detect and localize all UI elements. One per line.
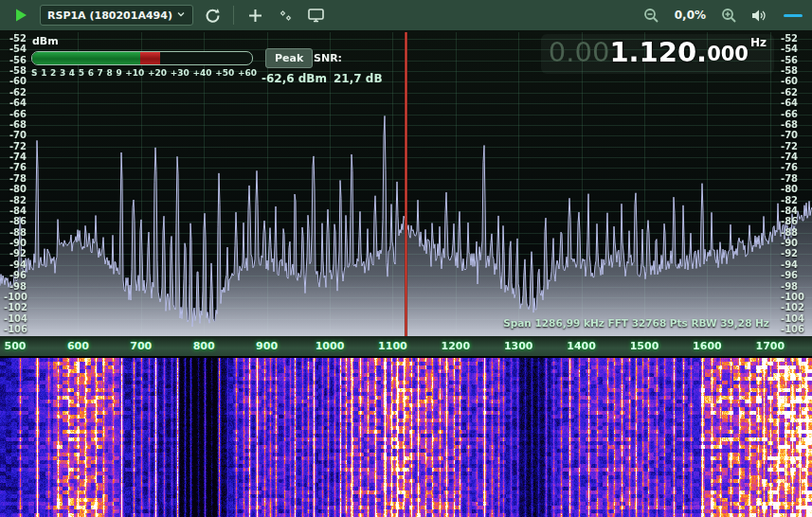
s-meter-scale-label: 5	[79, 68, 84, 78]
x-axis-label: 1500	[630, 340, 659, 352]
y-axis-label: -90	[781, 238, 807, 248]
y-axis-label: -64	[4, 98, 27, 108]
y-axis-label: -60	[781, 76, 807, 86]
y-axis-label: -98	[4, 281, 27, 292]
y-axis-label: -94	[4, 259, 27, 270]
y-axis-label: -96	[4, 270, 27, 280]
zoom-in-button[interactable]	[717, 4, 740, 27]
y-axis-label: -104	[4, 313, 27, 324]
s-meter-scale-label: +50	[215, 68, 234, 78]
x-axis-label: 800	[193, 340, 215, 352]
spectrum-panel: dBm S123456789+10+20+30+40+50+60 Peak SN…	[0, 30, 812, 336]
x-axis-label: 1100	[378, 340, 407, 352]
y-axis-label: -76	[4, 162, 27, 172]
y-axis-label: -78	[781, 173, 807, 184]
y-axis-label: -102	[4, 302, 27, 312]
status-readout: Span 1286,99 kHz FFT 32768 Pts RBW 39,28…	[503, 317, 769, 329]
plus-icon	[248, 9, 262, 23]
frequency-unit: Hz	[750, 36, 767, 49]
y-axis-label: -68	[4, 119, 27, 130]
y-axis-label: -80	[4, 184, 27, 194]
frequency-display[interactable]: 0.00 1.120. 000 Hz	[541, 34, 774, 74]
s-meter-scale-label: 1	[41, 68, 46, 78]
s-meter-scale-label: 8	[106, 68, 112, 78]
x-axis-label: 1600	[693, 340, 722, 352]
device-select[interactable]: RSP1A (180201A494)	[40, 5, 193, 26]
y-axis-label: -88	[4, 227, 27, 238]
s-meter	[31, 51, 253, 65]
snr-readout: 21,7 dB	[334, 72, 383, 85]
y-axis-label: -100	[4, 292, 27, 302]
peak-button[interactable]: Peak	[265, 48, 313, 68]
y-axis-label: -60	[4, 76, 27, 86]
y-axis-label: -100	[781, 292, 807, 302]
refresh-button[interactable]	[201, 4, 224, 27]
y-axis-label: -74	[781, 152, 807, 162]
y-axis-label: -92	[4, 248, 27, 258]
gears-icon	[278, 8, 294, 24]
s-meter-scale-label: S	[31, 68, 37, 78]
power-readout: -62,6 dBm	[262, 72, 327, 85]
speaker-icon	[751, 9, 767, 23]
s-meter-scale-label: +40	[192, 68, 211, 78]
zoom-in-icon	[721, 8, 737, 24]
y-axis-label: -76	[781, 162, 807, 172]
y-axis-label: -64	[781, 98, 807, 108]
zoom-out-icon	[643, 8, 659, 24]
chevron-down-icon	[176, 9, 186, 22]
y-axis-label: -106	[4, 324, 27, 334]
dbm-unit-label: dBm	[32, 35, 59, 47]
y-axis-label: -58	[781, 65, 807, 76]
y-axis-label: -82	[4, 195, 27, 205]
y-axis-label: -58	[4, 65, 27, 76]
marker-line[interactable]	[405, 32, 407, 336]
y-axis-label: -96	[781, 270, 807, 280]
play-icon	[13, 8, 28, 23]
add-device-button[interactable]	[244, 4, 266, 27]
settings-button[interactable]	[274, 4, 297, 27]
display-button[interactable]	[304, 4, 327, 27]
mute-button[interactable]	[748, 4, 770, 27]
s-meter-scale: S123456789+10+20+30+40+50+60	[31, 68, 257, 78]
s-meter-scale-label: 2	[50, 68, 56, 78]
x-axis-label: 900	[256, 340, 278, 352]
y-axis-label: -72	[781, 141, 807, 152]
y-axis-label: -94	[781, 259, 807, 270]
y-axis-label: -62	[781, 87, 807, 98]
s-meter-green-segment	[32, 52, 140, 64]
start-button[interactable]	[9, 4, 32, 27]
y-axis-label: -86	[781, 216, 807, 226]
s-meter-scale-label: +30	[171, 68, 189, 78]
x-axis-label: 1000	[316, 340, 345, 352]
s-meter-scale-label: +10	[125, 68, 144, 78]
y-axis-label: -72	[4, 141, 27, 152]
monitor-icon	[308, 9, 324, 23]
frequency-dim-digits: 0.00	[549, 36, 610, 68]
y-axis-label: -104	[781, 313, 807, 324]
x-axis-label: 1400	[567, 340, 596, 352]
y-axis-label: -106	[781, 324, 807, 334]
y-axis-label: -52	[781, 33, 807, 44]
zoom-out-button[interactable]	[641, 4, 663, 27]
y-axis-label: -56	[781, 55, 807, 65]
waterfall-panel	[0, 358, 812, 517]
volume-slider[interactable]	[784, 14, 803, 17]
zoom-level: 0,0%	[675, 9, 706, 22]
y-axis-label: -80	[781, 184, 807, 194]
y-axis-label: -56	[4, 55, 27, 65]
y-axis-label: -82	[781, 195, 807, 205]
x-axis-label: 600	[67, 340, 89, 352]
y-axis-label: -78	[4, 173, 27, 184]
y-axis-label: -70	[4, 130, 27, 140]
frequency-axis: 5006007008009001000110012001300140015001…	[0, 336, 812, 358]
y-axis-label: -102	[781, 302, 807, 312]
s-meter-scale-label: 7	[98, 68, 103, 78]
snr-label: SNR:	[314, 52, 342, 64]
waterfall-canvas[interactable]	[0, 358, 812, 517]
device-select-value: RSP1A (180201A494)	[47, 9, 172, 22]
s-meter-scale-label: 3	[60, 68, 65, 78]
refresh-icon	[205, 8, 221, 24]
x-axis-label: 1300	[504, 340, 533, 352]
y-axis-label: -92	[781, 248, 807, 258]
y-axis-label: -66	[781, 109, 807, 119]
